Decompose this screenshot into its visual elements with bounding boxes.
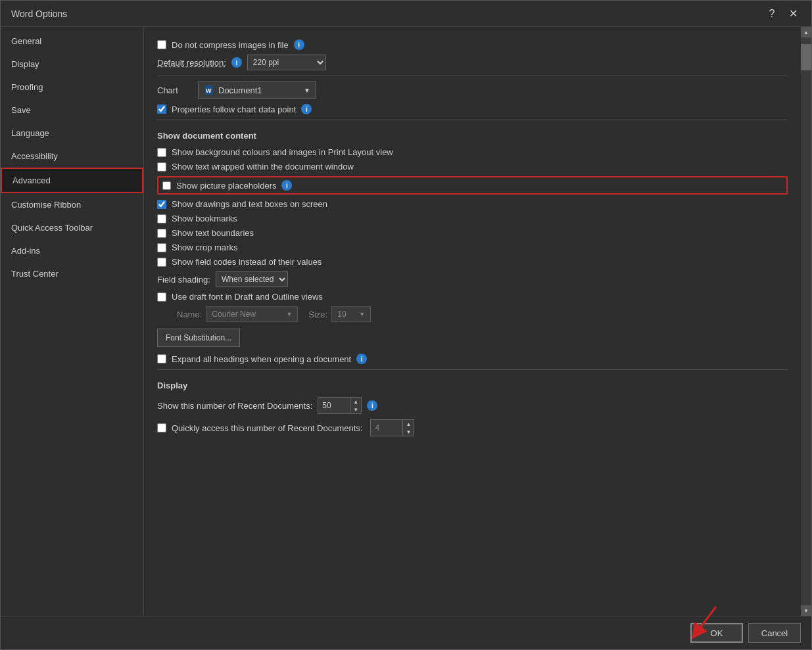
dialog-title: Word Options — [11, 9, 67, 19]
title-bar-controls: ? ✕ — [764, 6, 801, 22]
quickly-access-checkbox[interactable] — [157, 423, 166, 432]
expand-headings-checkbox[interactable] — [157, 354, 166, 363]
scroll-down-btn[interactable]: ▼ — [801, 605, 811, 616]
show-recent-docs-row: Show this number of Recent Documents: ▲ … — [157, 397, 788, 414]
show-bookmarks-checkbox[interactable] — [157, 214, 166, 223]
show-bookmarks-label: Show bookmarks — [172, 214, 237, 223]
use-draft-font-checkbox[interactable] — [157, 292, 166, 302]
show-text-boundaries-checkbox[interactable] — [157, 229, 166, 238]
size-field-group: Size: 10 ▼ — [308, 306, 371, 322]
sidebar-item-language[interactable]: Language — [1, 122, 143, 145]
name-size-row: Name: Courier New ▼ Size: 10 ▼ — [177, 306, 788, 322]
compress-images-label: Do not compress images in file — [172, 40, 289, 50]
svg-line-3 — [696, 607, 716, 633]
ok-arrow-indicator — [683, 603, 736, 643]
properties-follow-chart-label: Properties follow chart data point — [172, 104, 296, 114]
compress-images-checkbox[interactable] — [157, 40, 166, 49]
expand-headings-row: Expand all headings when opening a docum… — [157, 354, 788, 364]
show-recent-docs-spinbox: ▲ ▼ — [318, 397, 362, 414]
name-field-group: Name: Courier New ▼ — [177, 306, 298, 322]
scroll-up-btn[interactable]: ▲ — [801, 27, 811, 37]
quickly-access-decrement-btn[interactable]: ▼ — [403, 428, 414, 436]
quickly-access-spinbox: ▲ ▼ — [370, 419, 414, 436]
show-field-codes-checkbox[interactable] — [157, 258, 166, 267]
font-substitution-button[interactable]: Font Substitution... — [157, 329, 240, 347]
size-dropdown-arrow: ▼ — [359, 311, 365, 317]
show-field-codes-label: Show field codes instead of their values — [172, 257, 322, 267]
sidebar-item-quick-access-toolbar[interactable]: Quick Access Toolbar — [1, 216, 143, 239]
compress-images-info-icon[interactable]: i — [294, 39, 304, 50]
name-dropdown-arrow: ▼ — [286, 311, 292, 317]
show-recent-docs-label: Show this number of Recent Documents: — [157, 401, 312, 411]
close-button[interactable]: ✕ — [785, 6, 801, 22]
chart-dropdown-arrow: ▼ — [304, 87, 310, 94]
show-text-boundaries-row: Show text boundaries — [157, 228, 788, 238]
show-drawings-checkbox[interactable] — [157, 200, 166, 209]
show-recent-docs-spinbox-btns: ▲ ▼ — [350, 397, 362, 414]
default-resolution-info-icon[interactable]: i — [231, 57, 242, 68]
show-field-codes-row: Show field codes instead of their values — [157, 257, 788, 267]
properties-follow-chart-info-icon[interactable]: i — [301, 104, 312, 114]
show-background-checkbox[interactable] — [157, 148, 166, 157]
chart-label: Chart — [157, 85, 190, 95]
default-resolution-select[interactable]: 96 ppi 150 ppi 220 ppi 330 ppi — [247, 55, 326, 70]
field-shading-select[interactable]: Never Always When selected — [216, 271, 288, 287]
divider-3 — [157, 369, 788, 370]
show-recent-docs-increment-btn[interactable]: ▲ — [350, 398, 361, 406]
show-recent-docs-decrement-btn[interactable]: ▼ — [350, 406, 361, 413]
sidebar-item-save[interactable]: Save — [1, 99, 143, 122]
default-resolution-label: Default resolution: — [157, 58, 226, 68]
scroll-track — [801, 37, 811, 605]
show-picture-placeholders-info-icon[interactable]: i — [281, 180, 292, 191]
sidebar-item-customise-ribbon[interactable]: Customise Ribbon — [1, 193, 143, 216]
show-crop-marks-label: Show crop marks — [172, 243, 237, 252]
show-drawings-row: Show drawings and text boxes on screen — [157, 199, 788, 209]
show-text-boundaries-label: Show text boundaries — [172, 228, 254, 238]
display-section-header: Display — [157, 381, 788, 390]
sidebar-item-display[interactable]: Display — [1, 53, 143, 76]
word-options-dialog: Word Options ? ✕ General Display Proofin… — [0, 0, 812, 650]
quickly-access-spinbox-btns: ▲ ▼ — [403, 419, 414, 436]
show-bookmarks-row: Show bookmarks — [157, 214, 788, 223]
show-recent-docs-input[interactable] — [318, 397, 350, 414]
show-text-wrapped-checkbox[interactable] — [157, 162, 166, 172]
quickly-access-input[interactable] — [370, 419, 403, 436]
quickly-access-increment-btn[interactable]: ▲ — [403, 420, 414, 428]
dialog-footer: OK Cancel — [1, 616, 811, 649]
main-content: Do not compress images in file i Default… — [144, 27, 801, 616]
properties-follow-chart-checkbox[interactable] — [157, 104, 166, 114]
show-picture-placeholders-row: Show picture placeholders i — [157, 176, 788, 195]
chart-document-name: Document1 — [218, 85, 262, 95]
sidebar-item-add-ins[interactable]: Add-ins — [1, 239, 143, 262]
divider-1 — [157, 76, 788, 76]
sidebar-item-trust-center[interactable]: Trust Center — [1, 262, 143, 285]
show-crop-marks-checkbox[interactable] — [157, 243, 166, 252]
chart-row: Chart W Document1 ▼ — [157, 81, 788, 99]
cancel-button[interactable]: Cancel — [748, 623, 801, 643]
help-button[interactable]: ? — [764, 6, 780, 22]
show-text-wrapped-label: Show text wrapped within the document wi… — [172, 162, 354, 172]
sidebar-item-general[interactable]: General — [1, 30, 143, 53]
show-picture-placeholders-checkbox[interactable] — [162, 181, 171, 190]
expand-headings-info-icon[interactable]: i — [356, 354, 367, 364]
use-draft-font-label: Use draft font in Draft and Outline view… — [172, 292, 323, 302]
properties-follow-chart-row: Properties follow chart data point i — [157, 104, 788, 114]
content-inner: Do not compress images in file i Default… — [144, 27, 801, 449]
svg-text:W: W — [206, 87, 212, 94]
word-doc-icon: W — [204, 85, 214, 95]
show-background-row: Show background colours and images in Pr… — [157, 147, 788, 157]
quickly-access-row: Quickly access this number of Recent Doc… — [157, 419, 788, 436]
scrollbar: ▲ ▼ — [801, 27, 811, 616]
sidebar-item-advanced[interactable]: Advanced — [1, 168, 143, 193]
show-crop-marks-row: Show crop marks — [157, 243, 788, 252]
scroll-thumb[interactable] — [801, 44, 811, 70]
field-shading-label: Field shading: — [157, 275, 210, 285]
name-label: Name: — [177, 310, 202, 319]
expand-headings-label: Expand all headings when opening a docum… — [172, 354, 351, 364]
size-label: Size: — [308, 310, 327, 319]
sidebar-item-accessibility[interactable]: Accessibility — [1, 145, 143, 168]
sidebar-item-proofing[interactable]: Proofing — [1, 76, 143, 99]
show-recent-docs-info-icon[interactable]: i — [367, 400, 377, 411]
quickly-access-label: Quickly access this number of Recent Doc… — [172, 423, 362, 433]
size-value: 10 — [337, 310, 346, 319]
